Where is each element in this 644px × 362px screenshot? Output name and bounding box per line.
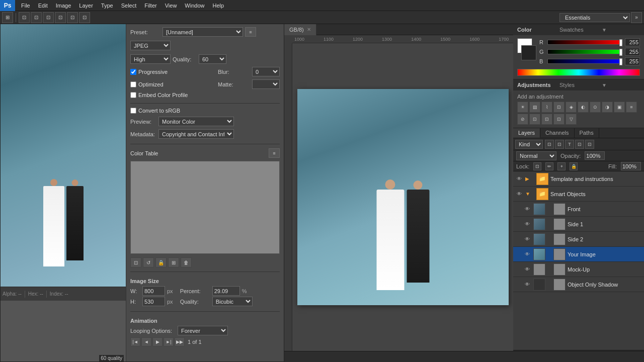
file-tab[interactable]: GB/8) ✕ bbox=[284, 24, 316, 35]
eye-side2[interactable]: 👁 bbox=[523, 235, 531, 243]
color-g-slider[interactable] bbox=[547, 49, 623, 54]
menu-select[interactable]: Select bbox=[117, 0, 141, 11]
fill-input[interactable] bbox=[621, 162, 641, 170]
anim-prev-btn[interactable]: ◄ bbox=[141, 337, 151, 346]
lock-transparent[interactable]: ⊡ bbox=[533, 162, 541, 170]
menu-image[interactable]: Image bbox=[52, 0, 75, 11]
eye-front[interactable]: 👁 bbox=[523, 205, 531, 213]
lock-all[interactable]: 🔒 bbox=[570, 162, 578, 170]
lock-position[interactable]: + bbox=[557, 162, 566, 170]
eye-your-image[interactable]: 👁 bbox=[523, 250, 531, 258]
color-g-input[interactable] bbox=[625, 48, 640, 56]
layer-item-smart-objects[interactable]: 👁 ▼ 📁 Smart Objects bbox=[513, 187, 644, 202]
matte-select[interactable] bbox=[252, 79, 280, 89]
eye-side1[interactable]: 👁 bbox=[523, 220, 531, 228]
menu-window[interactable]: Window bbox=[181, 0, 208, 11]
eye-smart-objects[interactable]: 👁 bbox=[515, 190, 523, 198]
ct-btn-select[interactable]: ⊡ bbox=[130, 257, 141, 267]
anim-last-btn[interactable]: ▶▶ bbox=[175, 337, 185, 346]
anim-play-btn[interactable]: ▶ bbox=[152, 337, 163, 346]
adj-curves[interactable]: ⌇ bbox=[541, 102, 552, 113]
filter-smart[interactable]: ⊡ bbox=[585, 140, 594, 149]
color-r-slider[interactable] bbox=[547, 40, 623, 45]
format-select[interactable]: JPEG bbox=[130, 41, 171, 50]
tab-layers[interactable]: Layers bbox=[513, 128, 540, 138]
preview-select[interactable]: Monitor Color bbox=[158, 117, 234, 126]
adj-selectcolor[interactable]: ⊡ bbox=[553, 114, 565, 125]
menu-type[interactable]: Type bbox=[97, 0, 117, 11]
percent-input[interactable] bbox=[212, 286, 240, 296]
color-r-input[interactable] bbox=[625, 38, 640, 46]
opacity-input[interactable] bbox=[585, 151, 605, 160]
adj-photof[interactable]: ▣ bbox=[614, 102, 625, 113]
preset-menu-button[interactable]: ≡ bbox=[245, 27, 256, 37]
looping-select[interactable]: Forever bbox=[178, 326, 228, 335]
adj-hue[interactable]: ◐ bbox=[578, 102, 589, 113]
menu-filter[interactable]: Filter bbox=[140, 0, 160, 11]
adj-invert[interactable]: ⊘ bbox=[517, 114, 528, 125]
eye-mockup[interactable]: 👁 bbox=[523, 265, 531, 274]
adjustments-panel-header[interactable]: Adjustments Styles ▼ bbox=[513, 79, 644, 90]
layer-item-side2[interactable]: 👁 Side 2 bbox=[513, 232, 644, 247]
toolbar-btn-1[interactable]: ⊞ bbox=[2, 12, 13, 23]
adj-brightness[interactable]: ☀ bbox=[517, 102, 528, 113]
filter-shape[interactable]: ⊡ bbox=[575, 140, 584, 149]
file-tab-close[interactable]: ✕ bbox=[307, 27, 311, 32]
toolbar-btn-3[interactable]: ⊡ bbox=[31, 12, 42, 23]
color-b-slider[interactable] bbox=[547, 59, 623, 64]
toolbar-btn-2[interactable]: ⊡ bbox=[19, 12, 30, 23]
layer-item-mockup[interactable]: 👁 Mock-Up bbox=[513, 262, 644, 277]
toolbar-btn-7[interactable]: ⊡ bbox=[79, 12, 90, 23]
adjustments-panel-collapse[interactable]: ▼ bbox=[602, 82, 640, 88]
anim-first-btn[interactable]: |◄ bbox=[130, 337, 140, 346]
color-panel-collapse[interactable]: ▼ bbox=[602, 27, 640, 33]
height-input[interactable] bbox=[142, 297, 165, 306]
toolbar-btn-right[interactable]: » bbox=[631, 12, 642, 23]
lock-paint[interactable]: ✏ bbox=[545, 162, 553, 170]
blend-mode-select[interactable]: Normal bbox=[516, 151, 556, 160]
adj-channel[interactable]: ≡ bbox=[626, 102, 637, 113]
progressive-checkbox[interactable] bbox=[130, 69, 136, 75]
tab-paths[interactable]: Paths bbox=[575, 128, 599, 138]
canvas-content[interactable] bbox=[292, 43, 513, 351]
menu-file[interactable]: File bbox=[17, 0, 34, 11]
optimized-checkbox[interactable] bbox=[130, 81, 136, 87]
layer-item-front[interactable]: 👁 Front bbox=[513, 202, 644, 217]
workspace-preset-select[interactable]: Essentials bbox=[559, 13, 630, 22]
width-input[interactable] bbox=[142, 286, 165, 296]
adj-exposure[interactable]: ⊡ bbox=[553, 102, 565, 113]
ct-btn-add[interactable]: ⊞ bbox=[168, 257, 179, 267]
toolbar-btn-5[interactable]: ⊡ bbox=[55, 12, 66, 23]
color-table-menu-btn[interactable]: ≡ bbox=[269, 148, 280, 158]
eye-template[interactable]: 👁 bbox=[515, 175, 523, 183]
adj-gradient[interactable]: ▽ bbox=[566, 114, 577, 125]
filter-adj[interactable]: ⊡ bbox=[555, 140, 564, 149]
color-panel-header[interactable]: Color Swatches ▼ bbox=[513, 24, 644, 35]
eye-shadow[interactable]: 👁 bbox=[523, 281, 531, 289]
adj-vibrance[interactable]: ◈ bbox=[566, 102, 577, 113]
toolbar-btn-4[interactable]: ⊡ bbox=[43, 12, 54, 23]
convert-srgb-checkbox[interactable] bbox=[130, 108, 136, 114]
color-gradient-bar[interactable] bbox=[517, 69, 640, 76]
background-swatch[interactable] bbox=[521, 45, 536, 60]
ct-btn-web[interactable]: ↺ bbox=[143, 257, 154, 267]
menu-edit[interactable]: Edit bbox=[34, 0, 52, 11]
adj-threshold[interactable]: ⊡ bbox=[541, 114, 552, 125]
embed-color-profile-checkbox[interactable] bbox=[130, 92, 136, 98]
adj-blackwhite[interactable]: ◑ bbox=[602, 102, 613, 113]
filter-pixel[interactable]: ⊡ bbox=[545, 140, 554, 149]
quality-preset-select[interactable]: High bbox=[130, 54, 171, 64]
color-b-input[interactable] bbox=[625, 57, 640, 65]
resample-quality-select[interactable]: Bicubic bbox=[212, 297, 253, 306]
layer-filter-kind[interactable]: Kind bbox=[515, 140, 543, 149]
preset-select[interactable]: [Unnamed] bbox=[163, 27, 243, 37]
ct-btn-del[interactable]: 🗑 bbox=[181, 257, 192, 267]
layer-item-template[interactable]: 👁 ▶ 📁 Template and instructions bbox=[513, 171, 644, 187]
adj-colorbalance[interactable]: ⊙ bbox=[590, 102, 601, 113]
menu-help[interactable]: Help bbox=[208, 0, 228, 11]
layer-item-side1[interactable]: 👁 Side 1 bbox=[513, 217, 644, 232]
anim-next-btn[interactable]: ►| bbox=[164, 337, 174, 346]
menu-layer[interactable]: Layer bbox=[75, 0, 97, 11]
menu-view[interactable]: View bbox=[161, 0, 181, 11]
adj-posterize[interactable]: ⊡ bbox=[529, 114, 540, 125]
